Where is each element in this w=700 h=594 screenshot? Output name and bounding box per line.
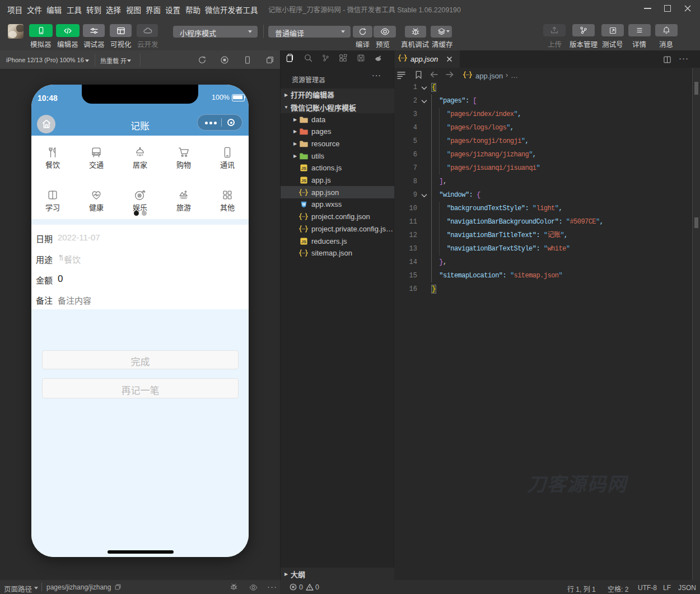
svg-text:JS: JS xyxy=(301,239,306,244)
svg-text:JS: JS xyxy=(301,166,306,171)
svg-text:JS: JS xyxy=(301,178,306,183)
svg-text:W: W xyxy=(302,203,306,207)
